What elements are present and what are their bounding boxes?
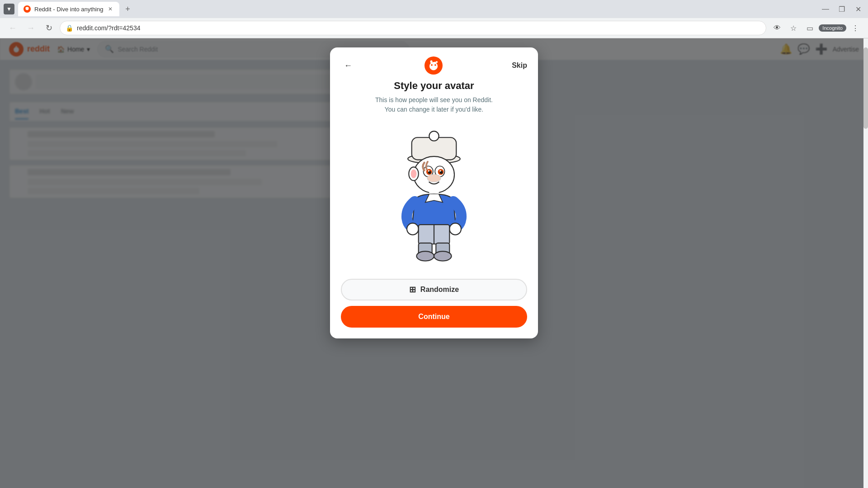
continue-button[interactable]: Continue (341, 306, 527, 328)
modal-overlay: ← Skip Style your avatar (0, 38, 868, 488)
window-controls: — ❐ ✕ (819, 3, 864, 15)
skip-button[interactable]: Skip (512, 61, 527, 70)
modal-header: ← Skip (330, 47, 538, 80)
scrollbar[interactable] (863, 38, 868, 488)
minimize-button[interactable]: — (819, 3, 832, 15)
back-button[interactable]: ← (341, 58, 355, 73)
browser-toolbar: ← → ↻ 🔒 reddit.com/?rdt=42534 👁 ☆ ▭ Inco… (0, 18, 868, 38)
svg-point-29 (439, 170, 441, 172)
style-avatar-modal: ← Skip Style your avatar (330, 47, 538, 338)
toolbar-actions: 👁 ☆ ▭ Incognito ⋮ (770, 21, 863, 35)
modal-subtitle: This is how people will see you on Reddi… (330, 95, 538, 122)
svg-point-21 (411, 169, 417, 178)
svg-point-9 (431, 64, 433, 66)
modal-title: Style your avatar (330, 80, 538, 95)
randomize-icon: ⊞ (409, 285, 416, 295)
reddit-logo-modal (425, 56, 443, 75)
incognito-badge: Incognito (819, 24, 846, 32)
tab-title: Reddit - Dive into anything (34, 6, 103, 13)
svg-point-13 (430, 61, 433, 63)
svg-point-2 (28, 7, 29, 8)
lock-icon: 🔒 (66, 24, 73, 32)
svg-point-10 (434, 64, 436, 66)
svg-point-8 (429, 62, 438, 70)
svg-point-37 (416, 251, 434, 261)
address-bar[interactable]: 🔒 reddit.com/?rdt=42534 (60, 21, 766, 35)
svg-point-16 (429, 131, 439, 141)
svg-point-30 (427, 174, 441, 182)
browser-chrome: ▼ Reddit - Dive into anything ✕ + — ❐ ✕ … (0, 0, 868, 38)
sidebar-icon[interactable]: ▭ (802, 21, 817, 35)
close-button[interactable]: ✕ (852, 3, 864, 15)
new-tab-button[interactable]: + (121, 3, 134, 15)
back-button[interactable]: ← (5, 21, 20, 35)
svg-point-33 (449, 223, 461, 235)
randomize-label: Randomize (420, 286, 459, 294)
svg-point-32 (407, 223, 419, 235)
address-text: reddit.com/?rdt=42534 (77, 24, 760, 32)
title-bar: ▼ Reddit - Dive into anything ✕ + — ❐ ✕ (0, 0, 868, 18)
subtitle-line1: This is how people will see you on Reddi… (375, 96, 493, 103)
svg-point-1 (26, 7, 27, 8)
active-tab[interactable]: Reddit - Dive into anything ✕ (18, 2, 119, 16)
maximize-button[interactable]: ❐ (835, 3, 848, 15)
continue-label: Continue (418, 313, 449, 321)
snoo-avatar (384, 129, 484, 264)
modal-actions: ⊞ Randomize Continue (330, 272, 538, 338)
forward-button[interactable]: → (24, 21, 38, 35)
avatar-display-area (330, 122, 538, 272)
bookmark-icon[interactable]: ☆ (786, 21, 801, 35)
page-background: reddit 🏠 Home ▾ 🔍 Search Reddit 🔔 💬 ➕ Ad… (0, 38, 868, 488)
randomize-button[interactable]: ⊞ Randomize (341, 279, 527, 300)
tab-group-btn[interactable]: ▼ (4, 4, 14, 14)
tab-favicon (24, 5, 31, 13)
eye-slash-icon[interactable]: 👁 (770, 21, 784, 35)
subtitle-line2: You can change it later if you'd like. (385, 106, 484, 113)
reload-button[interactable]: ↻ (42, 21, 56, 35)
menu-icon[interactable]: ⋮ (848, 21, 863, 35)
svg-point-28 (428, 170, 429, 172)
scrollbar-thumb[interactable] (863, 47, 868, 129)
tab-close-btn[interactable]: ✕ (107, 5, 114, 13)
svg-point-39 (434, 251, 452, 261)
